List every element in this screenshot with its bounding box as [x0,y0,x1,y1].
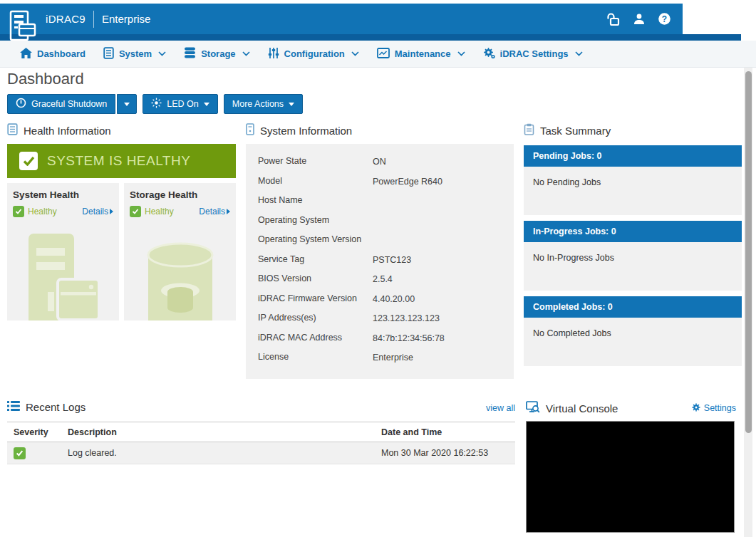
settings-gear-icon [691,402,701,415]
task-group-message: No In-Progress Jobs [533,253,614,263]
task-group-header: Completed Jobs: 0 [533,302,613,312]
top-header-bar: iDRAC9 Enterprise ? [0,4,683,34]
system-health-details-link[interactable]: Details [82,207,113,217]
graceful-shutdown-dropdown-button[interactable] [117,94,137,114]
system-info-row: BIOS Version 2.5.4 [246,269,514,289]
storage-cylinder-ghost-icon [140,238,220,320]
check-icon [13,206,24,217]
help-icon[interactable]: ? [658,12,671,26]
nav-label: Dashboard [37,48,86,59]
storage-health-details-link[interactable]: Details [199,207,230,217]
check-icon [130,206,141,217]
virtual-console-preview[interactable] [526,421,735,533]
chevron-down-icon [575,51,583,56]
view-all-link[interactable]: view all [486,403,515,413]
nav-dashboard[interactable]: Dashboard [20,48,86,61]
info-value: PowerEdge R640 [373,172,514,192]
task-group-header: Pending Jobs: 0 [533,151,602,161]
logs-list-icon [7,401,20,413]
info-value: 2.5.4 [373,269,514,289]
chevron-down-icon [242,51,250,56]
caret-down-icon [289,103,294,106]
gears-icon [483,47,495,61]
nav-storage[interactable]: Storage [184,47,249,61]
edition-label: Enterprise [102,13,150,25]
info-value: Enterprise [373,348,514,367]
user-icon[interactable] [633,13,646,26]
info-label: BIOS Version [246,269,373,289]
severity-ok-icon [14,447,26,459]
action-toolbar: Graceful Shutdown LED On More Actions [7,94,303,114]
caret-down-icon [124,103,130,106]
nav-system[interactable]: System [103,47,166,61]
task-summary-header: Task Summary [524,123,611,137]
header-accent-strip [0,34,741,41]
unlock-icon[interactable] [606,13,621,26]
card-title: Storage Health [130,189,230,200]
nav-maintenance[interactable]: Maintenance [377,48,465,61]
idrac-dashboard-screen: iDRAC9 Enterprise ? [0,0,756,537]
server-icon [103,47,114,61]
scrollbar-thumb[interactable] [745,71,752,433]
chart-frame-icon [377,48,390,61]
nav-label: Maintenance [395,48,451,59]
storage-health-card: Storage Health Healthy Details [124,183,236,320]
system-info-row: IP Address(es) 123.123.123.123 [246,308,514,328]
info-label: Host Name [246,191,373,211]
inprogress-jobs-bar: In-Progress Jobs: 0 [524,221,742,242]
svg-text:?: ? [662,14,667,24]
system-info-row: iDRAC Firmware Version 4.40.20.00 [246,289,514,309]
clipboard-icon [524,123,534,137]
system-info-row: Host Name [246,191,514,211]
product-name: iDRAC9 [46,13,86,25]
virtual-console-header: Virtual Console Settings [526,401,736,415]
settings-label: Settings [704,403,736,413]
system-info-row: Operating System [246,211,514,231]
storage-icon [184,47,196,61]
led-on-button[interactable]: LED On [143,94,217,114]
info-label: Service Tag [246,250,373,270]
column-severity: Severity [7,427,68,437]
console-monitor-icon [526,401,540,415]
section-title: Health Information [24,125,111,137]
graceful-shutdown-button[interactable]: Graceful Shutdown [7,94,115,114]
system-info-row: Operating System Version [246,230,514,250]
banner-text: SYSTEM IS HEALTHY [47,153,190,169]
info-value [373,211,514,231]
card-title: System Health [13,189,113,200]
system-info-row: License Enterprise [246,348,514,367]
pending-jobs-bar: Pending Jobs: 0 [524,145,742,167]
header-actions: ? [606,12,683,26]
nav-label: Configuration [284,48,345,59]
completed-jobs-body: No Completed Jobs [524,318,742,366]
system-info-row: Service Tag PSTC123 [246,250,514,270]
info-value: 123.123.123.123 [373,308,514,328]
recent-logs-table: Severity Description Date and Time Log c… [7,422,515,464]
more-actions-button[interactable]: More Actions [224,94,303,114]
page-title: Dashboard [7,70,84,88]
main-nav: Dashboard System [0,41,756,68]
nav-label: System [119,48,152,59]
health-information-header: Health Information [7,123,111,137]
server-tower-ghost-icon [24,231,103,320]
info-value: PSTC123 [373,250,514,270]
column-datetime: Date and Time [381,427,515,437]
led-sun-icon [151,98,162,110]
section-title: Virtual Console [546,402,618,415]
nav-configuration[interactable]: Configuration [268,47,359,61]
details-label: Details [199,207,225,217]
info-label: Operating System Version [246,230,373,250]
home-icon [20,48,32,61]
system-information-panel: Power State ON Model PowerEdge R640 Host… [246,144,514,379]
healthy-checkbox-icon [19,152,38,170]
section-title: System Information [260,125,352,137]
info-label: iDRAC MAC Address [246,328,373,348]
pending-jobs-body: No Pending Jobs [524,167,742,215]
column-description: Description [68,427,381,437]
log-table-row[interactable]: Log cleared. Mon 30 Mar 2020 16:22:53 [7,442,515,464]
console-settings-link[interactable]: Settings [691,402,736,415]
sliders-icon [268,47,279,61]
graceful-shutdown-label: Graceful Shutdown [31,99,107,109]
nav-idrac-settings[interactable]: iDRAC Settings [483,47,583,61]
brand-divider [93,11,94,28]
